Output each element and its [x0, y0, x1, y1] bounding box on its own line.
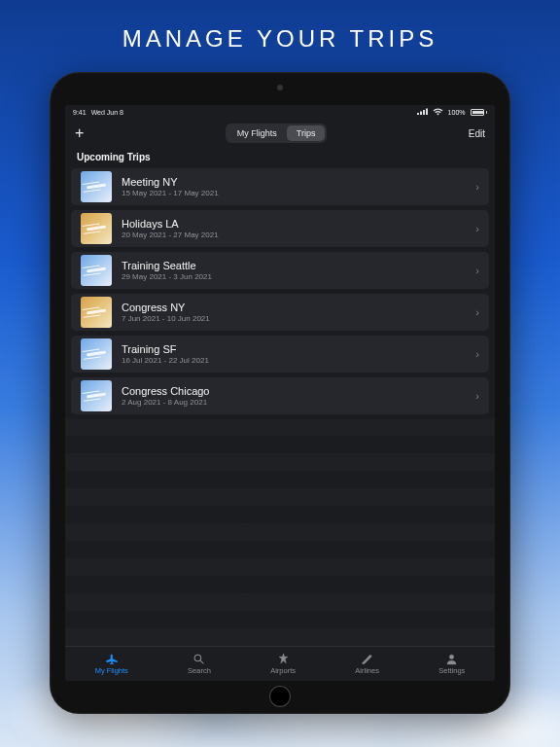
svg-rect-1	[420, 112, 422, 116]
svg-rect-0	[417, 113, 419, 115]
trip-dates: 29 May 2021 - 3 Jun 2021	[122, 272, 212, 281]
svg-point-6	[450, 655, 454, 658]
airline-icon	[361, 653, 373, 665]
trips-list: Meeting NY 15 May 2021 - 17 May 2021 › H…	[65, 168, 495, 419]
signal-icon	[417, 108, 428, 116]
battery-icon	[471, 109, 488, 116]
trip-title: Training Seattle	[122, 260, 212, 272]
tab-airlines[interactable]: Airlines	[355, 653, 379, 675]
svg-line-5	[201, 660, 204, 663]
chevron-right-icon: ›	[475, 390, 479, 402]
chevron-right-icon: ›	[475, 265, 479, 276]
trip-thumbnail	[81, 380, 112, 411]
trip-thumbnail	[81, 213, 112, 244]
chevron-right-icon: ›	[475, 181, 479, 193]
svg-rect-3	[426, 109, 428, 116]
wifi-icon	[433, 108, 443, 117]
trip-row[interactable]: Meeting NY 15 May 2021 - 17 May 2021 ›	[71, 168, 489, 205]
trip-title: Holidays LA	[122, 218, 219, 231]
trip-row[interactable]: Holidays LA 20 May 2021 - 27 May 2021 ›	[71, 210, 489, 247]
plane-icon	[105, 653, 118, 665]
view-segmented-control: My Flights Trips	[226, 124, 328, 143]
trip-title: Congress NY	[122, 302, 210, 314]
svg-rect-2	[423, 110, 425, 115]
nav-bar: + My Flights Trips Edit	[65, 119, 495, 148]
trip-dates: 2 Aug 2021 - 8 Aug 2021	[122, 398, 210, 407]
status-time: 9:41	[73, 109, 87, 116]
tab-label: Airlines	[355, 666, 379, 675]
trip-row[interactable]: Congress NY 7 Jun 2021 - 10 Jun 2021 ›	[71, 294, 489, 331]
trip-row[interactable]: Congress Chicago 2 Aug 2021 - 8 Aug 2021…	[71, 377, 489, 414]
battery-pct: 100%	[448, 109, 466, 116]
tab-airports[interactable]: Airports	[270, 653, 296, 675]
airport-icon	[277, 653, 290, 665]
hero-title: MANAGE YOUR TRIPS	[122, 25, 438, 53]
segment-my-flights[interactable]: My Flights	[228, 125, 287, 141]
search-icon	[192, 653, 205, 665]
trip-title: Congress Chicago	[122, 385, 210, 398]
tab-settings[interactable]: Settings	[438, 653, 465, 675]
trip-dates: 16 Jul 2021 - 22 Jul 2021	[122, 356, 209, 365]
tab-bar: My Flights Search Airports Airlines Sett…	[65, 646, 495, 681]
home-button[interactable]	[269, 686, 291, 707]
tab-label: Airports	[270, 666, 296, 675]
tab-my-flights[interactable]: My Flights	[95, 653, 128, 675]
add-button[interactable]: +	[75, 124, 84, 142]
section-title: Upcoming Trips	[65, 148, 495, 168]
svg-point-4	[195, 655, 202, 661]
page-background: MANAGE YOUR TRIPS 9:41 Wed Jun 8 100%	[0, 0, 560, 747]
tab-label: Search	[188, 666, 211, 675]
trip-thumbnail	[81, 171, 112, 202]
settings-icon	[445, 653, 458, 665]
chevron-right-icon: ›	[475, 348, 479, 360]
edit-button[interactable]: Edit	[469, 128, 485, 139]
ipad-frame: 9:41 Wed Jun 8 100% +	[50, 72, 510, 714]
trip-thumbnail	[81, 255, 112, 286]
content-empty-area	[65, 419, 495, 646]
tab-label: Settings	[438, 666, 465, 675]
trip-dates: 15 May 2021 - 17 May 2021	[122, 189, 219, 197]
status-bar: 9:41 Wed Jun 8 100%	[65, 105, 495, 119]
chevron-right-icon: ›	[475, 223, 479, 234]
app-screen: 9:41 Wed Jun 8 100% +	[65, 105, 495, 681]
trip-dates: 7 Jun 2021 - 10 Jun 2021	[122, 314, 210, 323]
trip-dates: 20 May 2021 - 27 May 2021	[122, 231, 219, 239]
tab-search[interactable]: Search	[188, 653, 211, 675]
trip-row[interactable]: Training Seattle 29 May 2021 - 3 Jun 202…	[71, 252, 489, 289]
trip-row[interactable]: Training SF 16 Jul 2021 - 22 Jul 2021 ›	[71, 336, 489, 373]
trip-title: Training SF	[122, 343, 209, 356]
status-date: Wed Jun 8	[91, 109, 123, 116]
chevron-right-icon: ›	[475, 306, 479, 318]
segment-trips[interactable]: Trips	[287, 125, 326, 141]
trip-thumbnail	[81, 297, 112, 328]
trip-thumbnail	[81, 338, 112, 370]
trip-title: Meeting NY	[122, 176, 219, 189]
tab-label: My Flights	[95, 666, 128, 675]
